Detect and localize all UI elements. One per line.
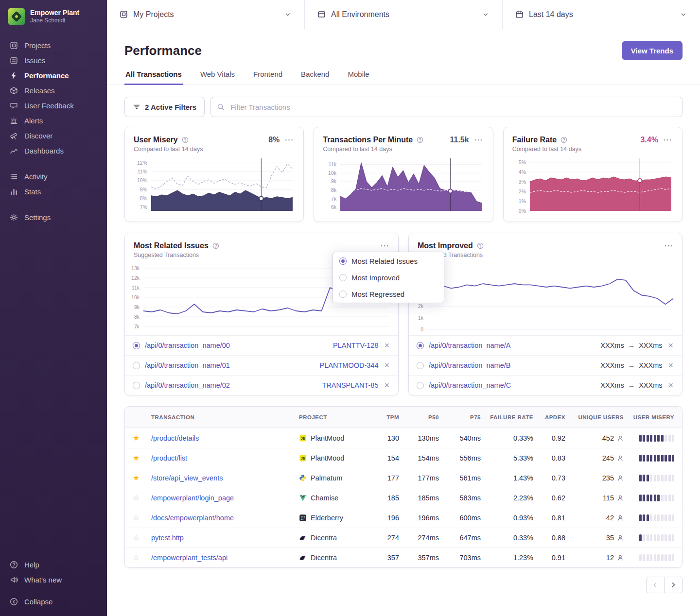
close-icon[interactable]: ×	[383, 381, 390, 390]
radio-button[interactable]	[133, 382, 140, 389]
tab-backend[interactable]: Backend	[300, 66, 330, 85]
active-filters-button[interactable]: 2 Active Filters	[124, 97, 205, 117]
svg-text:11k: 11k	[132, 285, 140, 291]
help-icon[interactable]	[560, 137, 567, 143]
help-icon[interactable]	[182, 137, 189, 143]
star-icon[interactable]: ☆	[133, 513, 140, 522]
table-row: ★/product/detailsJSPlantMood130130ms540m…	[125, 428, 682, 448]
star-icon[interactable]: ☆	[133, 494, 140, 502]
column-header-misery[interactable]: USER MISERY	[628, 414, 682, 420]
radio-button[interactable]	[417, 382, 424, 389]
sidebar-item-user-feedback[interactable]: User Feedback	[0, 98, 107, 113]
previous-page-button[interactable]	[646, 577, 665, 593]
sidebar-item-activity[interactable]: Activity	[0, 169, 107, 184]
dropdown-item-most-related-issues[interactable]: Most Related Issues	[333, 253, 444, 269]
transaction-link[interactable]: /api/0/transaction_name/A	[429, 342, 595, 349]
tab-web-vitals[interactable]: Web Vitals	[199, 66, 236, 85]
org-switcher[interactable]: Empower Plant Jane Schmidt	[0, 0, 107, 29]
environment-selector[interactable]: All Environments	[304, 0, 502, 29]
svg-text:2%: 2%	[518, 188, 525, 194]
ellipsis-menu-button[interactable]	[379, 241, 390, 250]
transaction-link[interactable]: /api/0/transaction_name/02	[145, 381, 317, 389]
transaction-link[interactable]: /empowerplant/login_page	[151, 494, 234, 502]
issue-link[interactable]: PLANTMOOD-344	[320, 361, 379, 369]
star-icon[interactable]: ★	[133, 434, 140, 442]
sidebar-item-help[interactable]: Help	[0, 557, 107, 572]
issue-link[interactable]: TRANSPLANT-85	[322, 381, 378, 389]
sidebar-item-issues[interactable]: Issues	[0, 53, 107, 68]
transaction-link[interactable]: /product/list	[151, 454, 187, 462]
tab-frontend[interactable]: Frontend	[252, 66, 283, 85]
help-icon[interactable]	[477, 242, 484, 249]
close-icon[interactable]: ×	[667, 381, 674, 390]
dropdown-item-most-regressed[interactable]: Most Regressed	[333, 286, 444, 302]
sidebar-item-projects[interactable]: Projects	[0, 38, 107, 53]
sidebar-item-alerts[interactable]: Alerts	[0, 113, 107, 128]
close-icon[interactable]: ×	[383, 341, 390, 350]
ellipsis-menu-button[interactable]	[663, 241, 674, 250]
project-selector[interactable]: My Projects	[107, 0, 304, 29]
star-icon[interactable]: ☆	[133, 553, 140, 562]
tab-mobile[interactable]: Mobile	[347, 66, 370, 85]
activity-icon	[10, 172, 18, 181]
star-icon[interactable]: ★	[133, 474, 140, 482]
transaction-link[interactable]: /api/0/transaction_name/00	[145, 342, 328, 349]
column-header-tpm[interactable]: TPM	[369, 414, 403, 420]
p75-value: 600ms	[443, 514, 485, 522]
column-header-apdex[interactable]: APDEX	[537, 414, 569, 420]
close-icon[interactable]: ×	[383, 361, 390, 370]
related-issue-row: /api/0/transaction_name/02TRANSPLANT-85×	[125, 375, 398, 395]
sidebar-nav-footer: HelpWhat's newCollapse	[0, 557, 107, 609]
close-icon[interactable]: ×	[667, 361, 674, 370]
sidebar-item-what-s-new[interactable]: What's new	[0, 572, 107, 587]
transaction-link[interactable]: /api/0/transaction_name/C	[429, 381, 595, 389]
view-trends-button[interactable]: View Trends	[622, 41, 682, 60]
ellipsis-menu-button[interactable]	[662, 135, 673, 144]
radio-button[interactable]	[133, 362, 140, 369]
help-icon[interactable]	[212, 242, 219, 249]
radio-button[interactable]	[417, 342, 424, 349]
card-header: Transactions Per Minute11.5k	[323, 135, 484, 144]
radio-button[interactable]	[133, 342, 140, 349]
column-header-users[interactable]: UNIQUE USERS	[569, 414, 628, 420]
sidebar-item-stats[interactable]: Stats	[0, 184, 107, 199]
next-page-button[interactable]	[664, 577, 682, 593]
transaction-link[interactable]: /product/details	[151, 434, 199, 442]
sidebar-item-releases[interactable]: Releases	[0, 83, 107, 98]
radio-button[interactable]	[417, 362, 424, 369]
sidebar-item-discover[interactable]: Discover	[0, 128, 107, 143]
search-input[interactable]	[210, 97, 682, 117]
radio-button[interactable]	[339, 291, 347, 298]
column-header-project[interactable]: PROJECT	[295, 414, 369, 420]
transaction-link[interactable]: /store/api_view_events	[151, 474, 223, 482]
duration-before: XXXms	[600, 342, 624, 349]
close-icon[interactable]: ×	[667, 341, 674, 350]
sidebar-item-settings[interactable]: Settings	[0, 210, 107, 225]
sidebar-item-collapse[interactable]: Collapse	[0, 594, 107, 609]
sidebar-item-dashboards[interactable]: Dashboards	[0, 143, 107, 158]
radio-button[interactable]	[339, 274, 347, 281]
transaction-link[interactable]: /docs/empowerplant/home	[151, 514, 234, 522]
dropdown-item-most-improved[interactable]: Most Improved	[333, 269, 444, 286]
column-header-p75[interactable]: P75	[443, 414, 485, 420]
star-icon[interactable]: ☆	[133, 533, 140, 542]
transaction-link[interactable]: /api/0/transaction_name/B	[429, 361, 595, 369]
tab-all-transactions[interactable]: All Transactions	[124, 66, 183, 85]
column-header-p50[interactable]: P50	[403, 414, 443, 420]
transaction-link[interactable]: pytest.http	[151, 534, 184, 542]
card-subtitle: Compared to last 14 days	[134, 146, 295, 153]
sidebar-item-performance[interactable]: Performance	[0, 68, 107, 83]
date-range-selector[interactable]: Last 14 days	[502, 0, 700, 29]
help-icon[interactable]	[417, 137, 423, 143]
unique-users-value: 235	[569, 474, 628, 482]
issue-link[interactable]: PLANTTV-128	[333, 342, 379, 349]
star-icon[interactable]: ★	[133, 454, 140, 462]
radio-button[interactable]	[339, 257, 347, 265]
sidebar-item-label: Discover	[24, 132, 52, 140]
transaction-link[interactable]: /empowerplant_tests/api	[151, 554, 228, 562]
transaction-link[interactable]: /api/0/transaction_name/01	[145, 361, 315, 369]
ellipsis-menu-button[interactable]	[283, 135, 295, 144]
ellipsis-menu-button[interactable]	[473, 135, 484, 144]
column-header-failure_rate[interactable]: FAILURE RATE	[485, 414, 537, 420]
column-header-transaction[interactable]: TRANSACTION	[147, 414, 295, 420]
